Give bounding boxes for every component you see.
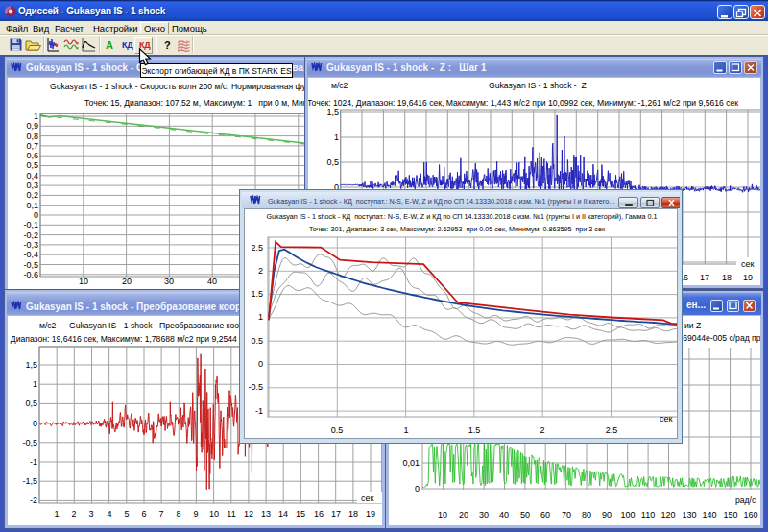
svg-text:140: 140 <box>702 510 716 520</box>
svg-text:1.5: 1.5 <box>468 425 481 435</box>
svg-text:5: 5 <box>124 509 129 519</box>
svg-text:40: 40 <box>499 510 509 520</box>
svg-text:-0,6: -0,6 <box>23 270 38 279</box>
svg-text:4: 4 <box>107 509 111 519</box>
svg-text:2: 2 <box>540 425 544 435</box>
svg-text:-1: -1 <box>255 406 263 416</box>
svg-text:1: 1 <box>54 509 59 519</box>
svg-text:13: 13 <box>261 509 271 519</box>
svg-text:120: 120 <box>660 510 675 520</box>
svg-text:70: 70 <box>562 510 571 520</box>
svg-text:-0,1: -0,1 <box>23 220 38 230</box>
svg-text:-0,2: -0,2 <box>23 230 38 240</box>
svg-text:0,9: 0,9 <box>26 121 38 131</box>
svg-text:0.5: 0.5 <box>331 425 344 435</box>
svg-text:19: 19 <box>743 273 753 282</box>
svg-text:60: 60 <box>540 510 550 520</box>
svg-text:0,8: 0,8 <box>26 132 38 141</box>
svg-text:0,5: 0,5 <box>26 160 38 170</box>
svg-text:0,2: 0,2 <box>26 190 38 200</box>
svg-text:0,4: 0,4 <box>26 171 38 181</box>
svg-text:1.5: 1.5 <box>251 289 263 299</box>
svg-text:Точек: 301, Диапазон: 3 сек, М: Точек: 301, Диапазон: 3 сек, Максимум: 2… <box>309 225 606 233</box>
svg-text:Gukasyan IS - 1 shock - Скорос: Gukasyan IS - 1 shock - Скорость волн 20… <box>50 82 328 91</box>
svg-text:10: 10 <box>438 510 447 520</box>
svg-text:0,6: 0,6 <box>26 151 38 160</box>
svg-text:-2: -2 <box>30 496 37 505</box>
svg-text:-1,5: -1,5 <box>22 476 37 486</box>
svg-text:110: 110 <box>641 510 655 520</box>
svg-text:0,3: 0,3 <box>26 181 38 190</box>
svg-text:0,5: 0,5 <box>25 399 37 408</box>
svg-text:1: 1 <box>334 133 339 142</box>
svg-text:1: 1 <box>258 312 263 322</box>
svg-text:-0,5: -0,5 <box>22 438 37 447</box>
svg-text:-1: -1 <box>30 457 37 467</box>
svg-text:Точек: 1024, Диапазон: 19,6416: Точек: 1024, Диапазон: 19,6416 сек, Макс… <box>308 98 738 108</box>
svg-text:14: 14 <box>278 509 288 519</box>
svg-text:6: 6 <box>141 509 146 519</box>
svg-text:2.5: 2.5 <box>606 425 618 435</box>
svg-text:-0.5: -0.5 <box>248 382 263 392</box>
svg-text:90: 90 <box>602 510 612 520</box>
svg-text:2: 2 <box>258 266 263 276</box>
svg-text:40: 40 <box>207 277 217 286</box>
svg-text:1,5: 1,5 <box>25 360 37 370</box>
svg-text:2: 2 <box>71 509 76 519</box>
svg-text:сек: сек <box>361 494 374 503</box>
svg-text:0: 0 <box>34 210 38 220</box>
svg-text:-0,5: -0,5 <box>23 260 38 270</box>
svg-text:130: 130 <box>682 510 696 520</box>
svg-text:19: 19 <box>366 509 375 519</box>
svg-text:18: 18 <box>722 273 732 282</box>
svg-text:30: 30 <box>164 277 174 286</box>
svg-text:0,5: 0,5 <box>326 157 339 167</box>
svg-text:0,01: 0,01 <box>402 458 420 468</box>
svg-text:15: 15 <box>296 509 305 519</box>
svg-text:160: 160 <box>743 510 757 520</box>
svg-text:Gukasyan IS - 1 shock - Преобр: Gukasyan IS - 1 shock - Преобразование к… <box>69 321 266 330</box>
svg-text:рад/с: рад/с <box>735 496 756 505</box>
svg-text:17: 17 <box>331 509 341 519</box>
svg-text:80: 80 <box>582 510 591 520</box>
svg-text:-0,3: -0,3 <box>23 240 38 250</box>
svg-text:17: 17 <box>700 273 709 282</box>
svg-text:3: 3 <box>88 509 93 519</box>
svg-text:ии Z: ии Z <box>684 321 701 330</box>
svg-text:7: 7 <box>158 509 163 519</box>
svg-text:20: 20 <box>122 277 132 286</box>
svg-text:0: 0 <box>33 419 37 428</box>
svg-text:5,69044e-005 с/рад при 163,84: 5,69044e-005 с/рад при 163,84 рад/с <box>676 333 760 343</box>
svg-text:0,7: 0,7 <box>26 141 38 151</box>
svg-text:50: 50 <box>520 510 530 520</box>
svg-text:150: 150 <box>723 510 737 520</box>
svg-text:сек: сек <box>741 259 755 269</box>
svg-text:Gukasyan IS - 1 shock - Z: Gukasyan IS - 1 shock - Z <box>489 81 587 90</box>
svg-text:1: 1 <box>33 379 37 389</box>
svg-text:1,5: 1,5 <box>326 108 339 117</box>
svg-text:Gukasyan IS - 1 shock - КД по: Gukasyan IS - 1 shock - КД поступат.: N-… <box>266 212 657 221</box>
svg-text:сек: сек <box>660 414 673 423</box>
svg-text:18: 18 <box>348 509 358 519</box>
svg-text:8: 8 <box>176 509 180 519</box>
svg-text:0,1: 0,1 <box>26 201 38 210</box>
svg-text:10: 10 <box>209 509 219 519</box>
svg-text:1: 1 <box>34 111 38 121</box>
svg-text:1: 1 <box>403 425 408 435</box>
svg-text:12: 12 <box>244 509 253 519</box>
svg-text:16: 16 <box>314 509 324 519</box>
svg-text:0: 0 <box>258 359 263 369</box>
svg-text:0.5: 0.5 <box>251 336 263 346</box>
svg-text:30: 30 <box>479 510 489 520</box>
svg-text:11: 11 <box>227 509 235 519</box>
svg-text:0: 0 <box>415 484 420 494</box>
svg-text:м/с2: м/с2 <box>39 321 57 330</box>
svg-text:2.5: 2.5 <box>251 243 263 253</box>
svg-text:100: 100 <box>620 510 635 520</box>
svg-text:9: 9 <box>193 509 198 519</box>
svg-text:20: 20 <box>459 510 468 520</box>
svg-text:10: 10 <box>79 277 88 286</box>
svg-text:м/с2: м/с2 <box>331 81 348 90</box>
svg-text:-0,4: -0,4 <box>23 250 38 259</box>
